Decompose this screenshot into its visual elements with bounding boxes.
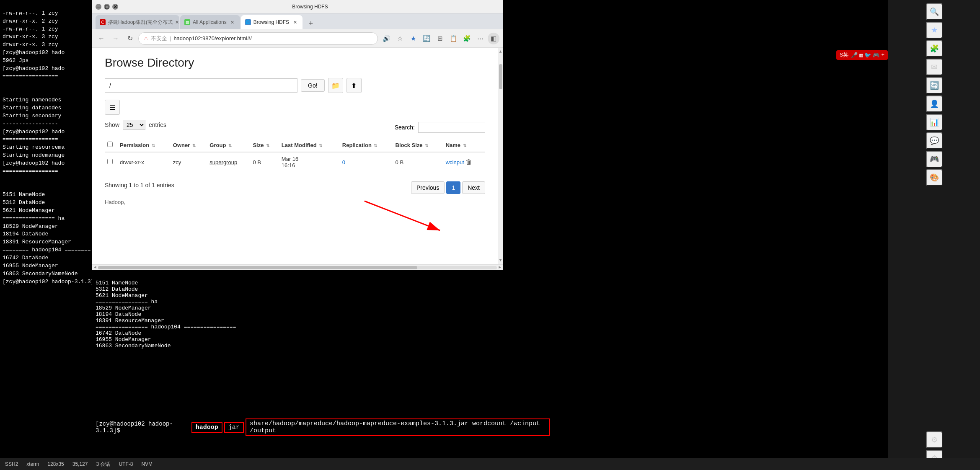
file-link-wcinput[interactable]: wcinput bbox=[446, 159, 464, 165]
user-sidebar-button[interactable]: 👤 bbox=[926, 96, 943, 112]
ime-label: S英· bbox=[840, 52, 849, 59]
more-options-button[interactable]: ⋯ bbox=[474, 33, 486, 44]
tab-hadoop[interactable]: C 搭建Hadoop集群(完全分布式 ✕ bbox=[96, 15, 179, 29]
terminal-line: 18194 DataNode bbox=[96, 311, 141, 318]
tab-all-applications[interactable]: ▦ All Applications ✕ bbox=[180, 15, 240, 29]
maximize-button[interactable]: □ bbox=[104, 4, 110, 10]
terminal-line: 16742 DataNode bbox=[96, 330, 141, 336]
folder-icon-button[interactable]: 📁 bbox=[328, 78, 343, 93]
tab3-close-button[interactable]: ✕ bbox=[292, 19, 298, 26]
entries-select[interactable]: 25 50 100 bbox=[123, 120, 145, 130]
page-content-area: Browse Directory Go! 📁 ⬆ ☰ Show 25 50 10… bbox=[92, 48, 498, 264]
scroll-left-arrow[interactable]: ◄ bbox=[94, 265, 96, 270]
browser-scrollbar[interactable]: ▲ ▼ bbox=[498, 48, 503, 264]
tab2-close-button[interactable]: ✕ bbox=[229, 19, 236, 26]
sort-icon-block-size: ⇅ bbox=[425, 143, 428, 148]
previous-button[interactable]: Previous bbox=[411, 181, 445, 194]
select-all-checkbox[interactable] bbox=[107, 142, 113, 147]
replication-link[interactable]: 0 bbox=[342, 159, 345, 165]
row-checkbox[interactable] bbox=[107, 159, 113, 164]
new-tab-button[interactable]: + bbox=[305, 18, 317, 29]
search-input[interactable] bbox=[418, 122, 485, 133]
title-bar: ─ □ ✕ Browsing HDFS bbox=[92, 0, 503, 13]
terminal-line: 5962 Jps bbox=[3, 57, 28, 64]
back-button[interactable]: ← bbox=[96, 33, 107, 44]
minimize-button[interactable]: ─ bbox=[96, 4, 101, 10]
horizontal-scrollbar-thumb[interactable] bbox=[98, 266, 417, 269]
footer-text: Hadoop, bbox=[105, 199, 485, 205]
terminal-line: 16955 NodeManager bbox=[96, 336, 151, 343]
extensions-sidebar-button[interactable]: 🧩 bbox=[926, 40, 943, 57]
cursor-position: 35,127 bbox=[72, 461, 88, 467]
scrollbar-thumb[interactable] bbox=[499, 64, 502, 89]
scroll-right-arrow[interactable]: ► bbox=[499, 265, 501, 270]
terminal-line: ================= bbox=[3, 168, 58, 174]
favorites-sidebar-button[interactable]: ★ bbox=[926, 22, 943, 39]
hadoop-command: hadoop bbox=[191, 422, 222, 433]
list-view-button[interactable]: ☰ bbox=[105, 100, 120, 115]
col-last-modified[interactable]: Last Modified ⇅ bbox=[279, 138, 340, 152]
tab3-favicon-icon: 🌐 bbox=[245, 19, 251, 25]
jar-command: jar bbox=[224, 422, 244, 433]
tab1-favicon-icon: C bbox=[100, 19, 106, 25]
col-size[interactable]: Size ⇅ bbox=[250, 138, 279, 152]
terminal-line: 16863 SecondaryNameNode bbox=[3, 271, 78, 277]
scroll-down-arrow[interactable]: ▼ bbox=[499, 256, 502, 264]
sort-icon-replication: ⇅ bbox=[374, 143, 377, 148]
rest-command: share/hadoop/mapreduce/hadoop-mapreduce-… bbox=[246, 418, 550, 436]
close-button[interactable]: ✕ bbox=[112, 4, 118, 10]
bird-icon: 🐦 bbox=[864, 52, 871, 59]
col-name[interactable]: Name ⇅ bbox=[443, 138, 485, 152]
cell-replication: 0 bbox=[340, 152, 393, 172]
extensions-button[interactable]: 🧩 bbox=[461, 33, 473, 44]
address-input-container[interactable]: ⚠ 不安全 | hadoop102:9870/explorer.html#/ bbox=[138, 32, 378, 45]
upload-icon-button[interactable]: ⬆ bbox=[346, 78, 362, 93]
go-button[interactable]: Go! bbox=[301, 79, 325, 92]
sort-icon-modified: ⇅ bbox=[319, 143, 322, 148]
page-1-button[interactable]: 1 bbox=[446, 181, 460, 194]
mode-label: NVM bbox=[141, 461, 153, 467]
horizontal-scrollbar[interactable]: ◄ ► bbox=[92, 264, 503, 270]
game-sidebar-button[interactable]: 🎮 bbox=[926, 151, 943, 168]
tab-browsing-hdfs[interactable]: 🌐 Browsing HDFS ✕ bbox=[241, 15, 303, 29]
favorites-button[interactable]: ★ bbox=[407, 33, 419, 44]
encoding-status: UTF-8 bbox=[119, 461, 133, 467]
paint-sidebar-button[interactable]: 🎨 bbox=[926, 169, 943, 186]
reload-button[interactable]: ↻ bbox=[124, 33, 136, 44]
tab1-close-button[interactable]: ✕ bbox=[175, 19, 179, 26]
forward-button[interactable]: → bbox=[110, 33, 122, 44]
path-input[interactable] bbox=[105, 78, 297, 93]
col-group[interactable]: Group ⇅ bbox=[207, 138, 250, 152]
terminal-line: Starting namenodes bbox=[3, 97, 61, 103]
horizontal-scrollbar-track[interactable] bbox=[98, 266, 497, 269]
sort-icon-group: ⇅ bbox=[228, 143, 232, 148]
customize-sidebar-button[interactable]: ⚙ bbox=[926, 431, 943, 448]
browser-action1[interactable]: 🔄 bbox=[421, 33, 432, 44]
office-sidebar-button[interactable]: 📊 bbox=[926, 114, 943, 131]
teams-sidebar-button[interactable]: 💬 bbox=[926, 132, 943, 149]
mode-status: NVM bbox=[141, 461, 153, 467]
mail-sidebar-button[interactable]: ✉ bbox=[926, 59, 943, 75]
search-sidebar-button[interactable]: 🔍 bbox=[926, 3, 943, 20]
browser-action-sidebar[interactable]: 🔄 bbox=[926, 77, 943, 94]
col-replication[interactable]: Replication ⇅ bbox=[340, 138, 393, 152]
terminal-line: 5621 NodeManager bbox=[96, 292, 148, 299]
collections-button[interactable]: 📋 bbox=[447, 33, 459, 44]
col-permission[interactable]: Permission ⇅ bbox=[117, 138, 171, 152]
scroll-up-arrow[interactable]: ▲ bbox=[499, 48, 502, 56]
terminal-line: ================= bbox=[3, 73, 58, 80]
path-bar: Go! 📁 ⬆ bbox=[105, 78, 485, 93]
toolbar-icons: 🔊 ☆ ★ 🔄 ⊞ 📋 🧩 ⋯ ◧ bbox=[380, 33, 499, 44]
terminal-line: [zcy@hadoop102 hado bbox=[3, 65, 65, 72]
terminal-line: 16863 SecondaryNameNode bbox=[96, 343, 171, 349]
split-screen-button[interactable]: ⊞ bbox=[434, 33, 446, 44]
pagination-controls: Previous 1 Next bbox=[411, 181, 485, 194]
col-owner[interactable]: Owner ⇅ bbox=[171, 138, 207, 152]
terminal-line: 16955 NodeManager bbox=[3, 263, 58, 269]
delete-icon[interactable]: 🗑 bbox=[465, 158, 472, 165]
next-button[interactable]: Next bbox=[462, 181, 485, 194]
bookmark-button[interactable]: ☆ bbox=[394, 33, 406, 44]
sidebar-button[interactable]: ◧ bbox=[488, 33, 499, 44]
read-aloud-button[interactable]: 🔊 bbox=[380, 33, 392, 44]
col-block-size[interactable]: Block Size ⇅ bbox=[393, 138, 443, 152]
